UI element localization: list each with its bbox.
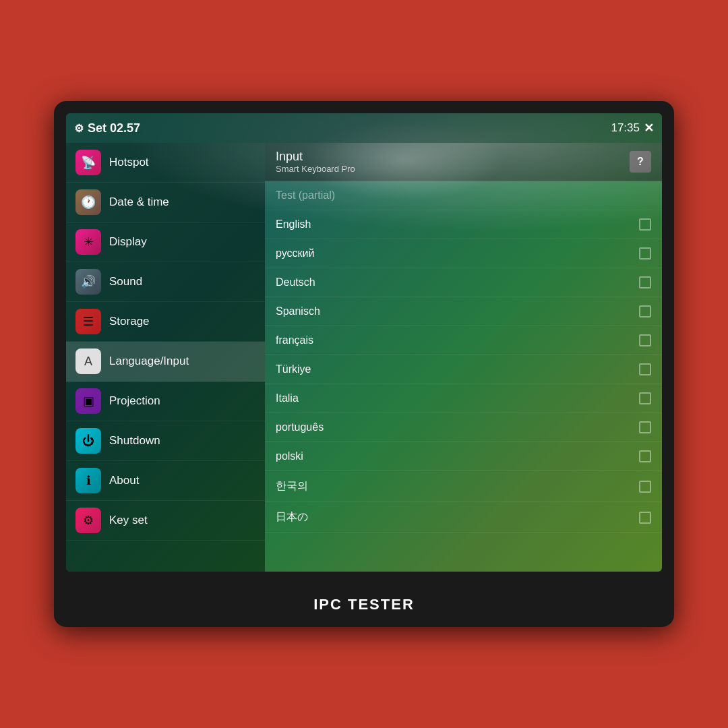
sidebar-item-hotspot[interactable]: 📡Hotspot [66, 143, 265, 183]
lang-checkbox-6[interactable] [639, 363, 651, 375]
lang-checkbox-8[interactable] [639, 421, 651, 433]
display-label: Display [109, 235, 147, 249]
help-button[interactable]: ? [630, 151, 651, 173]
lang-label-10: 한국의 [276, 479, 308, 493]
sidebar-item-storage[interactable]: ☰Storage [66, 302, 265, 342]
content-area: 📡Hotspot🕐Date & time✳Display🔊Sound☰Stora… [66, 143, 662, 572]
lang-checkbox-10[interactable] [639, 481, 651, 493]
sidebar-item-projection[interactable]: ▣Projection [66, 382, 265, 421]
close-button[interactable]: ✕ [644, 121, 654, 135]
lang-checkbox-11[interactable] [639, 512, 651, 524]
lang-item-7[interactable]: Italia [265, 384, 662, 413]
lang-label-3: Deutsch [276, 276, 315, 289]
lang-item-4[interactable]: Spanisch [265, 297, 662, 326]
panel-header-text: Input Smart Keyboard Pro [276, 150, 355, 174]
lang-checkbox-9[interactable] [639, 450, 651, 462]
shutdown-icon: ⏻ [75, 428, 101, 454]
lang-item-8[interactable]: português [265, 413, 662, 442]
main-panel: Input Smart Keyboard Pro ? Test (partial… [265, 143, 662, 572]
lang-label-2: русский [276, 247, 314, 260]
sidebar-item-sound[interactable]: 🔊Sound [66, 262, 265, 302]
lang-item-6[interactable]: Türkiye [265, 355, 662, 384]
language-list: Test (partial)EnglishрусскийDeutschSpani… [265, 181, 662, 572]
device-screen: ⚙ Set 02.57 17:35 ✕ 📡Hotspot🕐Date & time… [66, 113, 662, 572]
storage-icon: ☰ [75, 309, 101, 334]
hotspot-icon: 📡 [75, 150, 101, 175]
lang-label-5: français [276, 334, 313, 346]
header-time-area: 17:35 ✕ [611, 121, 654, 135]
lang-label-9: polski [276, 450, 303, 462]
lang-item-1[interactable]: English [265, 210, 662, 239]
about-label: About [109, 474, 139, 487]
lang-item-2[interactable]: русский [265, 239, 662, 268]
projection-icon: ▣ [75, 388, 101, 414]
panel-title: Input [276, 150, 355, 164]
lang-checkbox-2[interactable] [639, 247, 651, 260]
display-icon: ✳ [75, 229, 101, 255]
sidebar-item-shutdown[interactable]: ⏻Shutdown [66, 421, 265, 461]
panel-subtitle: Smart Keyboard Pro [276, 164, 355, 174]
keyset-icon: ⚙ [75, 508, 101, 533]
header-time-text: 17:35 [611, 121, 640, 135]
shutdown-label: Shutdown [109, 434, 160, 448]
gear-icon: ⚙ [74, 122, 84, 135]
lang-item-3[interactable]: Deutsch [265, 268, 662, 297]
storage-label: Storage [109, 315, 150, 328]
language-label: Language/Input [109, 355, 189, 368]
language-icon: A [75, 348, 101, 374]
lang-checkbox-1[interactable] [639, 218, 651, 231]
device-label: IPC TESTER [313, 592, 415, 615]
header-bar: ⚙ Set 02.57 17:35 ✕ [66, 113, 662, 143]
lang-label-11: 日本の [276, 510, 308, 524]
lang-label-0: Test (partial) [276, 189, 335, 202]
datetime-label: Date & time [109, 195, 169, 209]
datetime-icon: 🕐 [75, 189, 101, 215]
hotspot-label: Hotspot [109, 156, 149, 169]
sound-label: Sound [109, 275, 142, 289]
projection-label: Projection [109, 394, 160, 408]
lang-label-1: English [276, 218, 311, 231]
lang-checkbox-5[interactable] [639, 334, 651, 346]
lang-checkbox-7[interactable] [639, 392, 651, 404]
lang-label-6: Türkiye [276, 363, 311, 375]
sound-icon: 🔊 [75, 269, 101, 295]
lang-checkbox-3[interactable] [639, 276, 651, 289]
sidebar-item-language[interactable]: ALanguage/Input [66, 342, 265, 382]
header-title: ⚙ Set 02.57 [74, 121, 140, 135]
lang-checkbox-4[interactable] [639, 305, 651, 317]
header-title-text: Set 02.57 [88, 121, 140, 135]
device-shell: ⚙ Set 02.57 17:35 ✕ 📡Hotspot🕐Date & time… [54, 101, 674, 627]
sidebar-item-keyset[interactable]: ⚙Key set [66, 501, 265, 541]
lang-label-7: Italia [276, 392, 299, 404]
lang-item-0[interactable]: Test (partial) [265, 181, 662, 210]
keyset-label: Key set [109, 514, 148, 527]
sidebar-item-display[interactable]: ✳Display [66, 222, 265, 262]
sidebar-item-datetime[interactable]: 🕐Date & time [66, 183, 265, 222]
lang-item-11[interactable]: 日本の [265, 502, 662, 533]
about-icon: ℹ [75, 468, 101, 493]
sidebar-item-about[interactable]: ℹAbout [66, 461, 265, 501]
panel-header: Input Smart Keyboard Pro ? [265, 143, 662, 181]
lang-item-9[interactable]: polski [265, 442, 662, 471]
lang-item-10[interactable]: 한국의 [265, 471, 662, 502]
lang-label-4: Spanisch [276, 305, 320, 317]
lang-label-8: português [276, 421, 324, 433]
sidebar: 📡Hotspot🕐Date & time✳Display🔊Sound☰Stora… [66, 143, 265, 572]
lang-item-5[interactable]: français [265, 326, 662, 355]
